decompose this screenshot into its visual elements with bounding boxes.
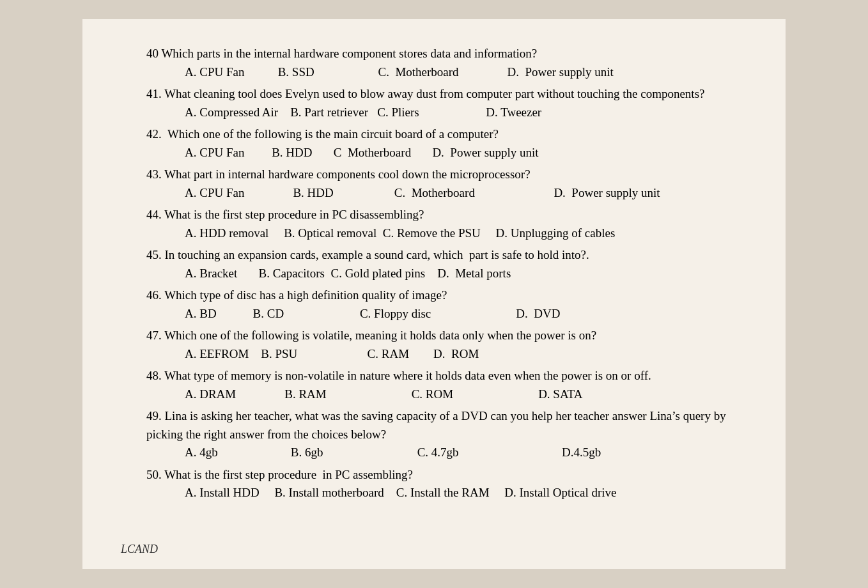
question-42-text: 42. Which one of the following is the ma… [146, 125, 747, 144]
question-48-choices: A. DRAM B. RAM C. ROM D. SATA [146, 385, 747, 404]
question-42: 42. Which one of the following is the ma… [146, 125, 747, 162]
question-41-text: 41. What cleaning tool does Evelyn used … [146, 85, 747, 104]
question-40-text: 40 Which parts in the internal hardware … [146, 45, 747, 63]
question-45-choices: A. Bracket B. Capacitors C. Gold plated … [146, 265, 747, 283]
question-49-choices: A. 4gb B. 6gb C. 4.7gb D.4.5gb [146, 444, 747, 462]
bottom-label: LCAND [121, 543, 158, 556]
question-45-text: 45. In touching an expansion cards, exam… [146, 246, 747, 265]
question-41-choices: A. Compressed Air B. Part retriever C. P… [146, 104, 747, 122]
question-42-choices: A. CPU Fan B. HDD C Motherboard D. Power… [146, 144, 747, 162]
question-49-text: 49. Lina is asking her teacher, what was… [146, 407, 747, 444]
question-44-text: 44. What is the first step procedure in … [146, 206, 747, 224]
question-46: 46. Which type of disc has a high defini… [146, 286, 747, 323]
question-48-text: 48. What type of memory is non-volatile … [146, 367, 747, 385]
question-48: 48. What type of memory is non-volatile … [146, 367, 747, 403]
question-46-text: 46. Which type of disc has a high defini… [146, 286, 747, 305]
question-44-choices: A. HDD removal B. Optical removal C. Rem… [146, 224, 747, 243]
question-40-choices: A. CPU Fan B. SSD C. Motherboard D. Powe… [146, 63, 747, 82]
question-41: 41. What cleaning tool does Evelyn used … [146, 85, 747, 121]
question-40: 40 Which parts in the internal hardware … [146, 45, 747, 81]
question-44: 44. What is the first step procedure in … [146, 206, 747, 242]
question-47-choices: A. EEFROM B. PSU C. RAM D. ROM [146, 345, 747, 364]
question-43-text: 43. What part in internal hardware compo… [146, 166, 747, 184]
question-45: 45. In touching an expansion cards, exam… [146, 246, 747, 282]
question-47: 47. Which one of the following is volati… [146, 327, 747, 363]
question-43-choices: A. CPU Fan B. HDD C. Motherboard D. Powe… [146, 184, 747, 203]
exam-page: 40 Which parts in the internal hardware … [82, 19, 786, 569]
question-49: 49. Lina is asking her teacher, what was… [146, 407, 747, 462]
question-47-text: 47. Which one of the following is volati… [146, 327, 747, 345]
question-50-text: 50. What is the first step procedure in … [146, 466, 747, 484]
question-43: 43. What part in internal hardware compo… [146, 166, 747, 202]
question-50: 50. What is the first step procedure in … [146, 466, 747, 502]
question-50-choices: A. Install HDD B. Install motherboard C.… [146, 484, 747, 502]
question-46-choices: A. BD B. CD C. Floppy disc D. DVD [146, 305, 747, 323]
